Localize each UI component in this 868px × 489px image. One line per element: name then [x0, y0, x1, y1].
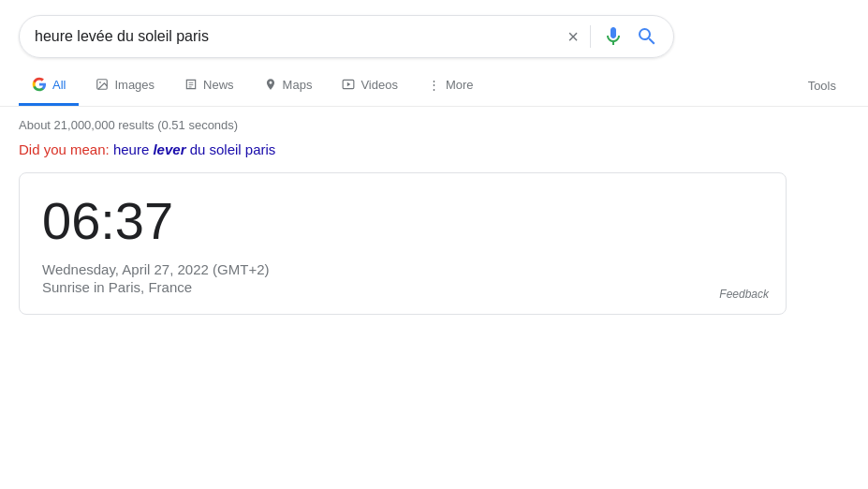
- images-icon: [96, 78, 109, 91]
- dym-keyword: lever: [153, 141, 185, 157]
- google-icon: [32, 77, 47, 92]
- result-date: Wednesday, April 27, 2022 (GMT+2): [42, 261, 763, 277]
- tab-images-label: Images: [114, 78, 154, 92]
- dym-suggestion-link[interactable]: heure lever du soleil paris: [113, 141, 275, 157]
- tab-maps[interactable]: Maps: [251, 67, 326, 106]
- clear-icon[interactable]: ×: [567, 26, 579, 48]
- dym-suffix: du soleil paris: [185, 141, 275, 157]
- sunrise-result-card: 06:37 Wednesday, April 27, 2022 (GMT+2) …: [19, 172, 787, 315]
- tab-videos[interactable]: Videos: [329, 67, 411, 106]
- tab-maps-label: Maps: [283, 78, 313, 92]
- result-location: Sunrise in Paris, France: [42, 279, 763, 295]
- search-submit-icon[interactable]: [636, 25, 658, 48]
- search-bar-container: heure levée du soleil paris ×: [0, 0, 868, 58]
- tools-button[interactable]: Tools: [795, 67, 849, 104]
- divider: [590, 25, 591, 48]
- tab-all-label: All: [52, 78, 66, 92]
- tab-more[interactable]: ⋮ More: [415, 67, 487, 106]
- tab-more-label: More: [446, 78, 474, 92]
- feedback-link[interactable]: Feedback: [719, 288, 769, 301]
- nav-tabs: All Images News Maps Videos ⋮ More: [0, 66, 868, 107]
- mic-icon[interactable]: [602, 25, 625, 48]
- results-info: About 21,000,000 results (0.51 seconds): [0, 107, 868, 138]
- svg-point-1: [100, 82, 102, 83]
- search-icons: ×: [567, 25, 658, 48]
- tab-news[interactable]: News: [171, 67, 247, 106]
- more-dots-icon: ⋮: [428, 78, 440, 92]
- results-count: About 21,000,000 results (0.51 seconds): [19, 118, 238, 132]
- did-you-mean: Did you mean: heure lever du soleil pari…: [0, 138, 868, 172]
- videos-icon: [342, 78, 355, 91]
- search-query: heure levée du soleil paris: [35, 28, 567, 45]
- news-icon: [184, 78, 198, 91]
- search-box[interactable]: heure levée du soleil paris ×: [19, 15, 674, 58]
- tab-videos-label: Videos: [360, 78, 398, 92]
- svg-marker-6: [347, 82, 351, 87]
- tab-images[interactable]: Images: [82, 67, 168, 106]
- maps-icon: [264, 78, 277, 91]
- tab-all[interactable]: All: [19, 66, 79, 106]
- tab-news-label: News: [203, 78, 234, 92]
- dym-prefix: heure: [113, 141, 154, 157]
- sunrise-time: 06:37: [42, 192, 763, 250]
- dym-label: Did you mean:: [19, 141, 110, 157]
